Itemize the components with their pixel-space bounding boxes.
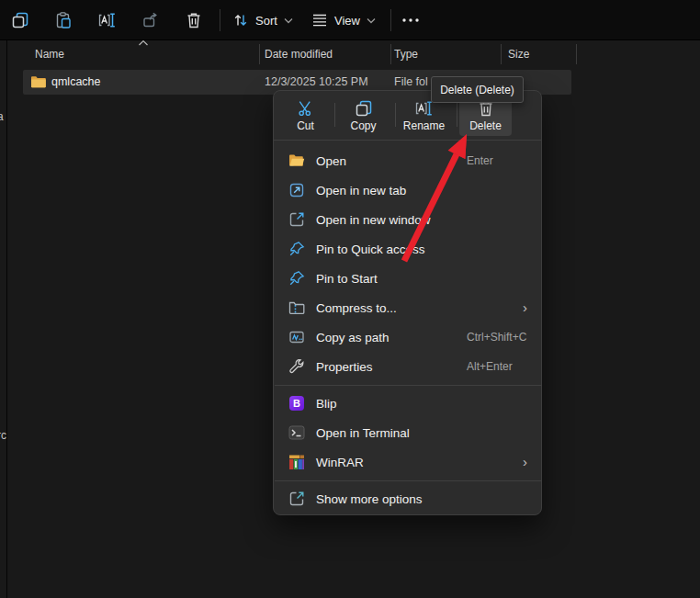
sort-ascending-caret-icon [138,39,149,47]
terminal-icon [288,424,305,441]
menu-item-label: Copy as path [316,331,390,344]
folder-icon [30,74,46,89]
copy-icon [11,11,29,29]
menu-item-label: Pin to Start [316,272,378,286]
more-options-button[interactable] [394,4,427,37]
open-new-window-icon [288,211,305,228]
menu-item-winrar[interactable]: WinRAR › [277,448,539,476]
rename-button[interactable] [91,4,124,37]
tree-chevron-icon[interactable]: › [0,226,6,239]
menu-item-label: Open [316,154,346,168]
sort-button[interactable]: Sort [227,4,299,37]
menu-item-open[interactable]: Open Enter [277,147,539,175]
copy-button[interactable]: Copy [337,95,390,136]
command-bar-divider [457,103,457,127]
pin-icon [288,270,305,287]
menu-item-show-more-options[interactable]: Show more options [277,485,539,513]
file-explorer-window: Sort View a [0,0,700,598]
menu-item-pin-to-start[interactable]: Pin to Start [277,265,539,292]
open-new-tab-icon [288,182,305,198]
view-icon [311,13,328,28]
copy-button[interactable] [4,4,37,37]
command-toolbar: Sort View [0,0,700,40]
blip-letter: B [293,398,300,409]
paste-icon [54,11,73,29]
submenu-chevron-icon: › [523,448,527,476]
context-menu: Cut Copy [273,90,542,515]
scissors-icon [297,99,315,118]
column-divider[interactable] [259,44,260,64]
winrar-icon [288,454,305,470]
menu-item-shortcut: Enter [467,147,493,175]
tree-chevron-icon[interactable]: › [0,168,6,181]
column-header-name[interactable]: Name [35,43,64,65]
wrench-icon [288,358,305,375]
menu-item-properties[interactable]: Properties Alt+Enter [277,353,539,380]
tree-chevron-icon[interactable]: › [0,343,6,355]
chevron-down-icon [284,17,293,24]
nav-pane-text-fragment: a [0,111,4,123]
chevron-down-icon [367,17,376,24]
ellipsis-icon [401,17,420,23]
cut-label: Cut [297,119,314,132]
rename-icon [97,11,118,29]
view-label: View [334,14,360,28]
menu-separator [275,480,542,481]
rename-label: Rename [403,119,445,132]
submenu-chevron-icon: › [523,294,527,322]
menu-item-open-in-new-tab[interactable]: Open in new tab [277,176,539,204]
menu-item-label: Open in new window [316,213,431,227]
copy-label: Copy [350,119,376,132]
menu-item-label: Blip [316,397,337,411]
pin-icon [288,241,305,257]
nav-pane-text-fragment: rc [0,430,6,442]
menu-item-label: Properties [316,360,373,374]
menu-item-copy-as-path[interactable]: Copy as path Ctrl+Shift+C [277,323,539,351]
file-name: qmlcache [51,70,101,95]
trash-icon [185,11,203,29]
menu-item-pin-to-quick-access[interactable]: Pin to Quick access [277,235,539,263]
menu-item-blip[interactable]: B Blip [277,389,539,417]
sort-label: Sort [255,14,277,28]
open-folder-icon [288,152,305,169]
sort-icon [232,12,249,28]
menu-item-compress-to[interactable]: Compress to... › [277,294,539,322]
view-button[interactable]: View [306,4,381,37]
menu-item-label: Pin to Quick access [316,243,425,256]
column-divider[interactable] [390,44,391,64]
pane-divider [6,40,7,598]
menu-item-label: Compress to... [316,301,397,315]
tree-chevron-icon[interactable]: › [0,197,6,210]
delete-label: Delete [469,119,502,132]
toolbar-divider [220,9,220,31]
menu-item-label: Open in Terminal [316,426,410,440]
tree-chevron-icon[interactable]: › [0,313,6,326]
zip-folder-icon [288,299,305,316]
blip-icon: B [288,395,305,412]
toolbar-divider [390,9,391,31]
tree-chevron-icon[interactable]: › [0,255,6,268]
menu-separator [275,385,542,386]
menu-item-open-in-new-window[interactable]: Open in new window [277,206,539,233]
menu-item-shortcut: Ctrl+Shift+C [467,323,526,351]
copy-icon [355,99,373,118]
cut-button[interactable]: Cut [279,95,332,136]
copy-path-icon [288,329,305,345]
menu-item-label: Open in new tab [316,184,406,197]
command-bar-divider [395,103,396,127]
column-header-size[interactable]: Size [508,43,529,65]
command-bar-divider [334,103,335,127]
column-header-date-modified[interactable]: Date modified [265,43,333,65]
column-divider[interactable] [501,44,502,64]
paste-button[interactable] [47,4,80,37]
menu-item-shortcut: Alt+Enter [467,353,513,380]
share-icon [141,11,160,29]
column-header-type[interactable]: Type [394,43,418,65]
menu-item-label: WinRAR [316,456,364,469]
menu-item-label: Show more options [316,492,423,506]
menu-item-open-in-terminal[interactable]: Open in Terminal [277,419,539,446]
delete-button[interactable] [177,4,210,37]
column-divider[interactable] [576,44,577,64]
tree-chevron-icon[interactable]: › [0,285,6,298]
share-button[interactable] [134,4,167,37]
